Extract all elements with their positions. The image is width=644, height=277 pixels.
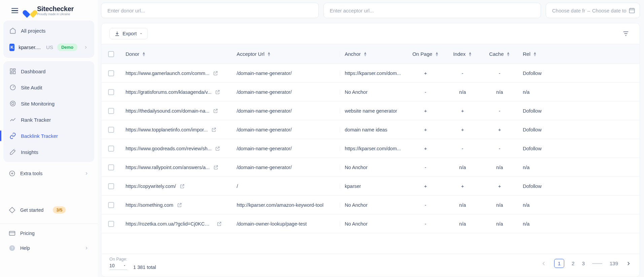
brand-tagline: Proudly made in Ukraine xyxy=(37,13,74,16)
sidebar-nav-card: Dashboard Site Audit Site Monitoring Ran… xyxy=(3,61,94,162)
external-link-icon[interactable] xyxy=(179,184,185,189)
column-header-onpage[interactable]: On Page ▲▼ xyxy=(407,51,444,57)
filter-icon[interactable] xyxy=(620,28,632,39)
table-row: https://www.gamerlaunch.com/comm.../doma… xyxy=(101,64,640,83)
donor-url[interactable]: https://www.topplanetinfo.com/impor... xyxy=(126,127,208,132)
date-sep: – xyxy=(587,8,590,13)
donor-url[interactable]: https://gratisforums.com/klasagenda/v... xyxy=(126,89,211,95)
external-link-icon[interactable] xyxy=(213,71,218,76)
index-value: + xyxy=(461,127,464,132)
date-range-input[interactable]: Choose date fr – Choose date to xyxy=(546,3,640,18)
row-checkbox[interactable] xyxy=(108,127,114,133)
sidebar-item-dashboard[interactable]: Dashboard xyxy=(3,63,94,79)
sidebar-item-label: Rank Tracker xyxy=(21,117,51,123)
page-next[interactable] xyxy=(625,261,632,267)
donor-url-input[interactable] xyxy=(101,3,319,18)
row-checkbox[interactable] xyxy=(108,89,114,95)
page-1[interactable]: 1 xyxy=(554,259,564,268)
acceptor-url: /domain-name-generator/ xyxy=(237,89,292,95)
sidebar-item-site-audit[interactable]: Site Audit xyxy=(3,79,94,95)
external-link-icon[interactable] xyxy=(215,146,220,151)
page-2[interactable]: 2 xyxy=(572,261,574,266)
acceptor-url-input[interactable] xyxy=(324,3,541,18)
export-button[interactable]: Export xyxy=(109,28,148,39)
row-checkbox[interactable] xyxy=(108,221,114,227)
table-row: https://www.topplanetinfo.com/impor.../d… xyxy=(101,120,640,139)
on-page-value: + xyxy=(424,71,427,76)
donor-url[interactable]: https://thedailysound.com/domain-na... xyxy=(126,108,209,114)
page-prev[interactable] xyxy=(541,261,547,267)
donor-url[interactable]: https://copywritely.com/ xyxy=(126,184,176,189)
diamond-icon xyxy=(9,207,15,213)
external-link-icon[interactable] xyxy=(215,89,220,95)
index-value: + xyxy=(461,184,464,189)
page-last[interactable]: 139 xyxy=(610,261,618,266)
index-value: n/a xyxy=(459,202,466,208)
column-header-donor[interactable]: Donor ▲▼ xyxy=(121,51,232,57)
cache-value: n/a xyxy=(496,202,503,208)
column-header-acceptor[interactable]: Acceptor Url ▲▼ xyxy=(232,51,340,57)
sidebar-item-site-monitoring[interactable]: Site Monitoring xyxy=(3,95,94,112)
donor-url[interactable]: https://www.gamerlaunch.com/comm... xyxy=(126,71,209,76)
row-checkbox[interactable] xyxy=(108,202,114,208)
sidebar-item-rank-tracker[interactable]: Rank Tracker xyxy=(3,112,94,128)
external-link-icon[interactable] xyxy=(213,165,218,170)
cache-value: - xyxy=(499,146,501,151)
sidebar-get-started[interactable]: Get started 3/5 xyxy=(0,202,98,218)
main-content: Choose date fr – Choose date to Export xyxy=(98,0,644,277)
svg-rect-3 xyxy=(10,72,12,74)
sidebar-item-label: All projects xyxy=(21,28,45,34)
brand-logo[interactable]: Sitechecker Proudly made in Ukraine xyxy=(26,5,74,16)
anchor-text: https://kparser.com/dom... xyxy=(345,71,401,76)
wand-icon xyxy=(9,149,16,155)
donor-url[interactable]: https://www.goodreads.com/review/sh... xyxy=(126,146,211,151)
rel-value: n/a xyxy=(523,221,530,227)
donor-url[interactable]: https://something.com xyxy=(126,202,173,208)
sidebar-pricing[interactable]: Pricing xyxy=(0,226,98,241)
acceptor-url: /domain-name-generator/ xyxy=(237,165,292,170)
column-header-rel[interactable]: Rel ▲▼ xyxy=(518,51,558,57)
column-header-anchor[interactable]: Anchor ▲▼ xyxy=(340,51,407,57)
acceptor-url: http://kparser.com/amazon-keyword-tool xyxy=(237,202,324,208)
cache-value: - xyxy=(499,71,501,76)
donor-url[interactable]: https://rozetka.com.ua/?gclid=Cj0KCQj... xyxy=(126,221,213,227)
menu-toggle[interactable] xyxy=(9,6,20,15)
help-icon: ? xyxy=(9,245,15,251)
row-checkbox[interactable] xyxy=(108,70,114,76)
acceptor-url: /domain-name-generator/ xyxy=(237,71,292,76)
row-checkbox[interactable] xyxy=(108,164,114,170)
donor-url[interactable]: https://www.rallypoint.com/answers/a... xyxy=(126,165,210,170)
external-link-icon[interactable] xyxy=(211,127,216,132)
anchor-text: https://kparser.com/dom... xyxy=(345,146,401,151)
row-checkbox[interactable] xyxy=(108,108,114,114)
column-header-index[interactable]: Index ▲▼ xyxy=(444,51,481,57)
sidebar-help[interactable]: ? Help xyxy=(0,241,98,255)
help-label: Help xyxy=(20,245,30,251)
rel-value: Dofollow xyxy=(523,184,542,189)
row-checkbox[interactable] xyxy=(108,146,114,152)
select-all-checkbox[interactable] xyxy=(108,51,114,57)
index-value: n/a xyxy=(459,221,466,227)
sidebar-project-selector[interactable]: K kparser.... US Demo xyxy=(3,39,94,56)
sidebar-item-label: Insights xyxy=(21,149,38,155)
export-label: Export xyxy=(123,31,137,36)
target-icon xyxy=(9,100,16,107)
external-link-icon[interactable] xyxy=(216,221,222,227)
anchor-text: No Anchor xyxy=(345,89,368,95)
row-checkbox[interactable] xyxy=(108,183,114,189)
external-link-icon[interactable] xyxy=(213,108,218,114)
project-name: kparser.... xyxy=(19,44,41,50)
date-to-label: Choose date to xyxy=(592,8,626,13)
column-header-cache[interactable]: Cache ▲▼ xyxy=(481,51,518,57)
external-link-icon[interactable] xyxy=(177,202,182,208)
sidebar-item-backlink-tracker[interactable]: Backlink Tracker xyxy=(3,128,94,144)
sidebar-extra-tools[interactable]: Extra tools xyxy=(0,165,98,182)
page-size-selector[interactable]: 10 xyxy=(109,263,127,270)
sidebar-all-projects[interactable]: All projects xyxy=(3,23,94,39)
anchor-text: No Anchor xyxy=(345,221,368,227)
page-3[interactable]: 3 xyxy=(582,261,585,266)
sidebar-item-insights[interactable]: Insights xyxy=(3,144,94,160)
sidebar: Sitechecker Proudly made in Ukraine All … xyxy=(0,0,98,277)
index-value: n/a xyxy=(459,165,466,170)
table-row: https://copywritely.com//kparser+++Dofol… xyxy=(101,177,640,196)
